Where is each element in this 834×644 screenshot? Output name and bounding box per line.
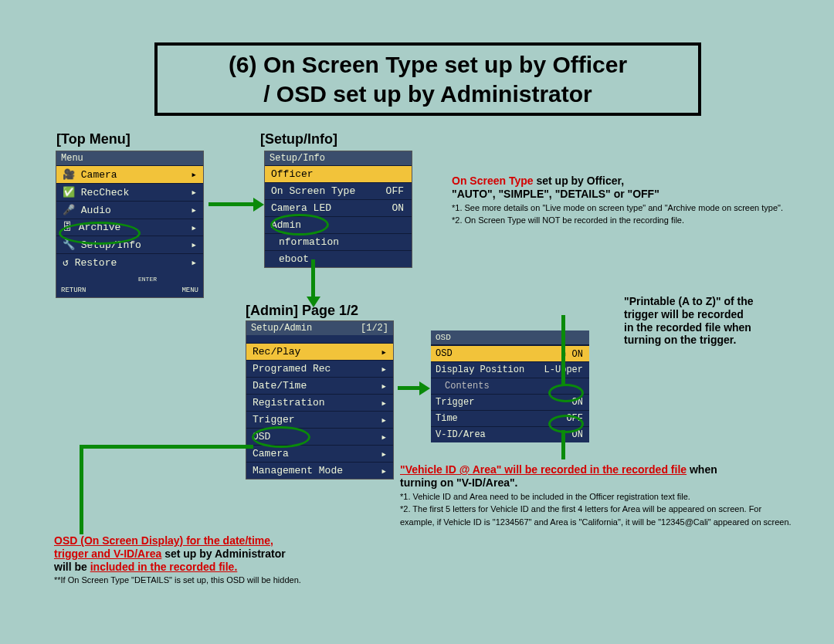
menu-item-setupinfo[interactable]: 🔧 Setup/Info▸ (56, 236, 203, 253)
arrow-5 (561, 430, 565, 459)
label-admin-page: [Admin] Page 1/2 (246, 303, 358, 319)
admin-trigger[interactable]: Trigger▸ (246, 411, 393, 428)
top-menu-header: Menu (56, 151, 203, 165)
arrow-6a (80, 445, 83, 534)
osd-header: OSD (431, 330, 589, 345)
admin-programed-rec[interactable]: Programed Rec▸ (246, 360, 393, 377)
admin-registration[interactable]: Registration▸ (246, 394, 393, 411)
arrow-1 (208, 202, 255, 206)
menu-item-camera[interactable]: 🎥 Camera▸ (56, 165, 203, 183)
arrow-3-head (419, 381, 430, 395)
label-top-menu: [Top Menu] (56, 131, 131, 147)
arrow-3 (398, 386, 421, 390)
admin-osd[interactable]: OSD▸ (246, 428, 393, 445)
admin-recplay[interactable]: Rec/Play▸ (246, 343, 393, 360)
top-menu-footer: RETURN ENTER MENU (56, 271, 203, 297)
note-vehicle-id: "Vehicle ID @ Area" will be recorded in … (400, 463, 794, 528)
admin-pager: [1/2] (361, 323, 388, 334)
arrow-6b (80, 445, 253, 449)
osd-row-osd[interactable]: OSD◂ ON (431, 345, 589, 361)
arrow-2 (311, 259, 315, 298)
note-on-screen-type: On Screen Type set up by Officer, "AUTO"… (452, 175, 784, 226)
footer-menu: MENU (181, 286, 198, 294)
panel-admin: Setup/Admin[1/2] Rec/Play▸ Programed Rec… (246, 320, 394, 480)
panel-setup-info: Setup/Info Officer On Screen TypeOFF Cam… (264, 151, 412, 268)
osd-row-contents: Contents (431, 378, 589, 394)
menu-item-audio[interactable]: 🎤 Audio▸ (56, 201, 203, 219)
osd-row-trigger[interactable]: TriggerON (431, 394, 589, 410)
title-line-2: / OSD set up by Administrator (165, 80, 690, 109)
row-camera-led[interactable]: Camera LEDON (265, 199, 412, 216)
admin-datetime[interactable]: Date/Time▸ (246, 377, 393, 394)
row-reboot[interactable]: eboot (265, 250, 412, 267)
setupinfo-header: Setup/Info (265, 151, 412, 165)
admin-header: Setup/Admin[1/2] (246, 321, 393, 335)
panel-osd: OSD OSD◂ ON Display PositionL-Upper Cont… (431, 330, 589, 442)
arrow-4 (561, 315, 565, 386)
admin-camera[interactable]: Camera▸ (246, 445, 393, 462)
row-information[interactable]: nformation (265, 233, 412, 250)
panel-top-menu: Menu 🎥 Camera▸ ✅ RecCheck▸ 🎤 Audio▸ 🗄 Ar… (56, 151, 204, 298)
arrow-1-head (253, 198, 264, 212)
note-printable: "Printable (A to Z)" of the trigger will… (624, 295, 802, 347)
footer-enter: ENTER (138, 276, 157, 283)
row-on-screen-type[interactable]: On Screen TypeOFF (265, 182, 412, 199)
label-setup-info: [Setup/Info] (260, 131, 337, 147)
row-officer[interactable]: Officer (265, 165, 412, 182)
osd-row-time[interactable]: TimeOFF (431, 410, 589, 426)
note-osd-summary: OSD (On Screen Display) for the date/tim… (54, 534, 394, 586)
osd-row-vidarea[interactable]: V-ID/AreaON (431, 426, 589, 442)
menu-item-archive[interactable]: 🗄 Archive▸ (56, 219, 203, 236)
admin-management-mode[interactable]: Management Mode▸ (246, 462, 393, 479)
menu-item-restore[interactable]: ↺ Restore▸ (56, 253, 203, 271)
footer-return: RETURN (61, 286, 86, 294)
menu-item-reccheck[interactable]: ✅ RecCheck▸ (56, 183, 203, 201)
row-admin[interactable]: Admin (265, 216, 412, 233)
page-title: (6) On Screen Type set up by Officer / O… (154, 42, 701, 116)
title-line-1: (6) On Screen Type set up by Officer (165, 50, 690, 80)
osd-row-display-position[interactable]: Display PositionL-Upper (431, 361, 589, 378)
arrow-2-head (307, 297, 320, 307)
